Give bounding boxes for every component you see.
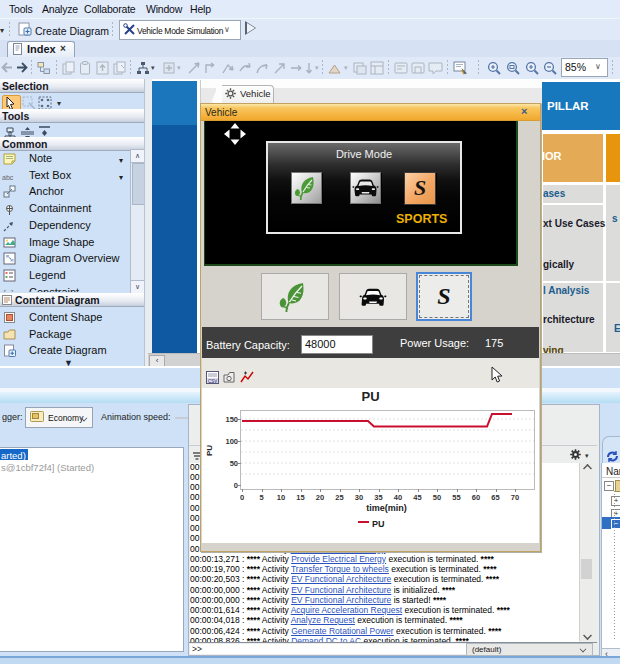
svg-text:CSV: CSV	[208, 379, 217, 384]
